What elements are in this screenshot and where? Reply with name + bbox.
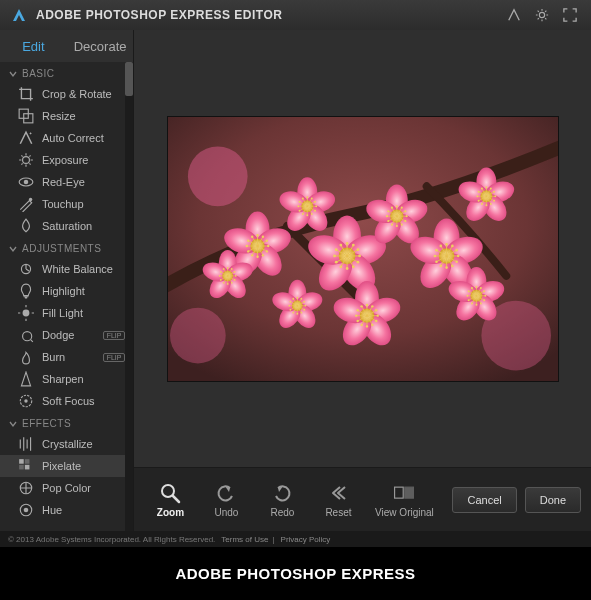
tool-soft-focus[interactable]: Soft Focus bbox=[0, 390, 133, 412]
svg-point-128 bbox=[391, 223, 393, 225]
svg-point-226 bbox=[360, 305, 362, 307]
tool-sharpen[interactable]: Sharpen bbox=[0, 368, 133, 390]
tool-touchup[interactable]: Touchup bbox=[0, 193, 133, 215]
terms-link[interactable]: Terms of Use bbox=[221, 535, 268, 544]
svg-point-200 bbox=[490, 187, 492, 189]
svg-point-214 bbox=[371, 323, 373, 325]
reset-button[interactable]: Reset bbox=[312, 475, 364, 525]
view-original-button[interactable]: View Original bbox=[368, 475, 440, 525]
bottom-toolbar: Zoom Undo Redo bbox=[134, 467, 591, 531]
scrollbar-thumb[interactable] bbox=[125, 62, 133, 96]
tool-exposure[interactable]: Exposure bbox=[0, 149, 133, 171]
svg-point-210 bbox=[376, 314, 378, 316]
sidebar-scrollbar[interactable] bbox=[125, 62, 133, 531]
svg-point-170 bbox=[451, 244, 454, 247]
tools-panel: BASICCrop & RotateResizeAuto CorrectExpo… bbox=[0, 62, 133, 531]
tool-red-eye[interactable]: Red-Eye bbox=[0, 171, 133, 193]
tool-dodge[interactable]: DodgeFLIP bbox=[0, 324, 133, 346]
svg-point-292 bbox=[483, 290, 485, 292]
tool-label: Pixelate bbox=[42, 460, 81, 472]
redo-icon bbox=[271, 482, 293, 504]
svg-point-270 bbox=[484, 294, 486, 296]
tool-pop-color[interactable]: Pop Color bbox=[0, 477, 133, 499]
section-basic[interactable]: BASIC bbox=[0, 62, 133, 83]
tool-label: Crystallize bbox=[42, 438, 93, 450]
svg-point-232 bbox=[375, 309, 377, 311]
share-icon[interactable] bbox=[503, 6, 525, 24]
tool-highlight[interactable]: Highlight bbox=[0, 280, 133, 302]
reset-label: Reset bbox=[325, 507, 351, 518]
svg-point-230 bbox=[371, 305, 373, 307]
zoom-icon bbox=[159, 482, 181, 504]
zoom-button[interactable]: Zoom bbox=[144, 475, 196, 525]
svg-point-76 bbox=[302, 197, 304, 199]
tool-label: Burn bbox=[42, 351, 65, 363]
burn-icon bbox=[18, 350, 34, 364]
svg-point-50 bbox=[261, 235, 263, 237]
tool-resize[interactable]: Resize bbox=[0, 105, 133, 127]
section-effects[interactable]: EFFECTS bbox=[0, 412, 133, 433]
tool-crop-rotate[interactable]: Crop & Rotate bbox=[0, 83, 133, 105]
tool-auto-correct[interactable]: Auto Correct bbox=[0, 127, 133, 149]
tool-burn[interactable]: BurnFLIP bbox=[0, 346, 133, 368]
svg-point-192 bbox=[476, 195, 478, 197]
tab-edit[interactable]: Edit bbox=[0, 30, 67, 62]
svg-point-104 bbox=[335, 248, 338, 251]
svg-point-80 bbox=[310, 197, 312, 199]
tool-white-balance[interactable]: White Balance bbox=[0, 258, 133, 280]
svg-point-150 bbox=[457, 254, 460, 257]
copyright: © 2013 Adobe Systems Incorporated. All R… bbox=[8, 535, 215, 544]
soft-focus-icon bbox=[18, 394, 34, 408]
highlight-icon bbox=[18, 284, 34, 298]
svg-point-316 bbox=[222, 267, 224, 269]
done-button[interactable]: Done bbox=[525, 487, 581, 513]
svg-point-182 bbox=[493, 199, 495, 201]
pop-color-icon bbox=[18, 481, 34, 495]
svg-point-34 bbox=[261, 254, 263, 256]
redo-button[interactable]: Redo bbox=[256, 475, 308, 525]
svg-point-9 bbox=[23, 332, 32, 341]
svg-point-122 bbox=[404, 219, 406, 221]
tool-hue[interactable]: Hue bbox=[0, 499, 133, 521]
undo-button[interactable]: Undo bbox=[200, 475, 252, 525]
svg-point-188 bbox=[481, 203, 483, 205]
svg-point-70 bbox=[298, 209, 300, 211]
section-adjustments[interactable]: ADJUSTMENTS bbox=[0, 237, 133, 258]
sidebar-tabs: Edit Decorate bbox=[0, 30, 133, 62]
svg-point-272 bbox=[483, 299, 485, 301]
fullscreen-icon[interactable] bbox=[559, 6, 581, 24]
tool-crystallize[interactable]: Crystallize bbox=[0, 433, 133, 455]
svg-point-82 bbox=[314, 200, 316, 202]
app-logo-icon bbox=[10, 6, 28, 24]
svg-point-220 bbox=[356, 319, 358, 321]
tool-fill-light[interactable]: Fill Light bbox=[0, 302, 133, 324]
svg-point-20 bbox=[188, 146, 248, 206]
svg-point-282 bbox=[466, 294, 468, 296]
auto-correct-icon bbox=[18, 131, 34, 145]
svg-point-180 bbox=[494, 195, 496, 197]
svg-point-320 bbox=[231, 267, 233, 269]
svg-point-222 bbox=[355, 314, 357, 316]
privacy-link[interactable]: Privacy Policy bbox=[281, 535, 331, 544]
svg-point-96 bbox=[345, 267, 348, 270]
section-label: ADJUSTMENTS bbox=[22, 243, 101, 254]
svg-point-44 bbox=[247, 239, 249, 241]
svg-point-244 bbox=[300, 311, 302, 313]
svg-point-274 bbox=[480, 302, 482, 304]
svg-point-280 bbox=[467, 299, 469, 301]
settings-gear-icon[interactable] bbox=[531, 6, 553, 24]
undo-label: Undo bbox=[215, 507, 239, 518]
svg-point-186 bbox=[485, 204, 487, 206]
tool-label: Pop Color bbox=[42, 482, 91, 494]
tab-decorate[interactable]: Decorate bbox=[67, 30, 134, 62]
svg-point-74 bbox=[298, 200, 300, 202]
tool-saturation[interactable]: Saturation bbox=[0, 215, 133, 237]
svg-point-278 bbox=[471, 302, 473, 304]
svg-point-218 bbox=[360, 323, 362, 325]
svg-point-36 bbox=[256, 255, 258, 257]
tool-pixelate[interactable]: Pixelate bbox=[0, 455, 133, 477]
cancel-button[interactable]: Cancel bbox=[452, 487, 516, 513]
svg-point-3 bbox=[23, 157, 30, 164]
svg-point-110 bbox=[352, 243, 355, 246]
image-canvas[interactable] bbox=[167, 116, 559, 382]
